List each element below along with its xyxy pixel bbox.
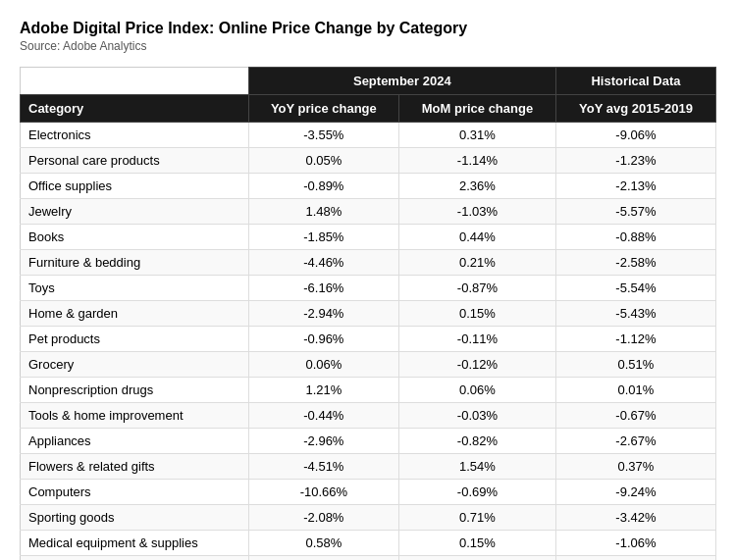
table-row: Appliances-2.96%-0.82%-2.67%: [21, 429, 716, 454]
table-row: Medical equipment & supplies0.58%0.15%-1…: [21, 531, 716, 556]
category-cell: Tools & home improvement: [21, 403, 249, 429]
category-cell: Office supplies: [21, 174, 249, 199]
historical-cell: -5.43%: [555, 301, 715, 327]
table-row: Furniture & bedding-4.46%0.21%-2.58%: [21, 250, 716, 276]
mom-cell: -0.11%: [398, 327, 555, 352]
yoy-cell: -0.96%: [248, 327, 398, 352]
yoy-cell: 0.58%: [248, 531, 398, 556]
yoy-cell: 0.06%: [248, 352, 398, 378]
category-cell: Grocery: [21, 352, 249, 378]
historical-cell: -0.88%: [555, 225, 715, 250]
table-row: Sporting goods-2.08%0.71%-3.42%: [21, 505, 716, 531]
mom-cell: -0.82%: [398, 429, 555, 454]
table-row: Computers-10.66%-0.69%-9.24%: [21, 480, 716, 505]
table-row: Books-1.85%0.44%-0.88%: [21, 225, 716, 250]
historical-cell: 0.51%: [555, 352, 715, 378]
yoy-cell: -1.85%: [248, 225, 398, 250]
historical-cell: -2.67%: [555, 429, 715, 454]
historical-cell: -9.06%: [555, 123, 715, 148]
category-cell: Home & garden: [21, 301, 249, 327]
historical-cell: -2.13%: [555, 174, 715, 199]
category-cell: Sporting goods: [21, 505, 249, 531]
table-row: Grocery0.06%-0.12%0.51%: [21, 352, 716, 378]
category-cell: Medical equipment & supplies: [21, 531, 249, 556]
page-subtitle: Source: Adobe Analytics: [20, 39, 716, 53]
category-cell: Furniture & bedding: [21, 250, 249, 276]
mom-cell: 0.71%: [398, 505, 555, 531]
yoy-cell: -2.94%: [248, 301, 398, 327]
empty-header: [21, 68, 249, 95]
category-cell: Appliances: [21, 429, 249, 454]
table-row: Tools & home improvement-0.44%-0.03%-0.6…: [21, 403, 716, 429]
yoy-cell: -0.89%: [248, 174, 398, 199]
yoy-cell: -6.16%: [248, 276, 398, 301]
september-2024-header: September 2024: [248, 68, 555, 95]
mom-cell: 0.15%: [398, 531, 555, 556]
yoy-cell: -2.96%: [248, 429, 398, 454]
yoy-cell: -10.66%: [248, 480, 398, 505]
table-row: Apparel-9.13%-0.04%-1.08%: [21, 556, 716, 561]
table-row: Home & garden-2.94%0.15%-5.43%: [21, 301, 716, 327]
col-header-row: Category YoY price change MoM price chan…: [21, 95, 716, 123]
group-header-row: September 2024 Historical Data: [21, 68, 716, 95]
category-cell: Personal care products: [21, 148, 249, 174]
mom-cell: -0.03%: [398, 403, 555, 429]
yoy-cell: -2.08%: [248, 505, 398, 531]
category-cell: Jewelry: [21, 199, 249, 225]
mom-cell: -0.69%: [398, 480, 555, 505]
historical-cell: -1.23%: [555, 148, 715, 174]
table-row: Toys-6.16%-0.87%-5.54%: [21, 276, 716, 301]
price-table: September 2024 Historical Data Category …: [20, 67, 716, 560]
mom-cell: 0.21%: [398, 250, 555, 276]
yoy-cell: 1.21%: [248, 378, 398, 403]
table-row: Jewelry1.48%-1.03%-5.57%: [21, 199, 716, 225]
historical-cell: 0.37%: [555, 454, 715, 480]
mom-cell: -0.12%: [398, 352, 555, 378]
historical-cell: -0.67%: [555, 403, 715, 429]
historical-col-header: YoY avg 2015-2019: [555, 95, 715, 123]
category-cell: Electronics: [21, 123, 249, 148]
category-cell: Apparel: [21, 556, 249, 561]
table-body: Electronics-3.55%0.31%-9.06%Personal car…: [21, 123, 716, 561]
mom-cell: -1.14%: [398, 148, 555, 174]
category-cell: Toys: [21, 276, 249, 301]
yoy-cell: -9.13%: [248, 556, 398, 561]
yoy-cell: -4.51%: [248, 454, 398, 480]
table-row: Office supplies-0.89%2.36%-2.13%: [21, 174, 716, 199]
category-cell: Computers: [21, 480, 249, 505]
yoy-cell: -0.44%: [248, 403, 398, 429]
mom-cell: 2.36%: [398, 174, 555, 199]
table-row: Pet products-0.96%-0.11%-1.12%: [21, 327, 716, 352]
page-title: Adobe Digital Price Index: Online Price …: [20, 20, 716, 37]
historical-cell: -5.54%: [555, 276, 715, 301]
historical-cell: -1.08%: [555, 556, 715, 561]
yoy-cell: -3.55%: [248, 123, 398, 148]
category-cell: Nonprescription drugs: [21, 378, 249, 403]
historical-cell: -3.42%: [555, 505, 715, 531]
category-col-header: Category: [21, 95, 249, 123]
historical-cell: -9.24%: [555, 480, 715, 505]
category-cell: Flowers & related gifts: [21, 454, 249, 480]
table-row: Nonprescription drugs1.21%0.06%0.01%: [21, 378, 716, 403]
historical-cell: -5.57%: [555, 199, 715, 225]
historical-data-header: Historical Data: [555, 68, 715, 95]
mom-cell: -1.03%: [398, 199, 555, 225]
mom-cell: -0.04%: [398, 556, 555, 561]
category-cell: Books: [21, 225, 249, 250]
table-row: Electronics-3.55%0.31%-9.06%: [21, 123, 716, 148]
mom-cell: -0.87%: [398, 276, 555, 301]
historical-cell: 0.01%: [555, 378, 715, 403]
mom-cell: 0.06%: [398, 378, 555, 403]
mom-col-header: MoM price change: [398, 95, 555, 123]
historical-cell: -1.06%: [555, 531, 715, 556]
mom-cell: 0.44%: [398, 225, 555, 250]
mom-cell: 1.54%: [398, 454, 555, 480]
table-row: Flowers & related gifts-4.51%1.54%0.37%: [21, 454, 716, 480]
table-row: Personal care products0.05%-1.14%-1.23%: [21, 148, 716, 174]
yoy-cell: -4.46%: [248, 250, 398, 276]
category-cell: Pet products: [21, 327, 249, 352]
historical-cell: -1.12%: [555, 327, 715, 352]
mom-cell: 0.15%: [398, 301, 555, 327]
yoy-cell: 1.48%: [248, 199, 398, 225]
historical-cell: -2.58%: [555, 250, 715, 276]
